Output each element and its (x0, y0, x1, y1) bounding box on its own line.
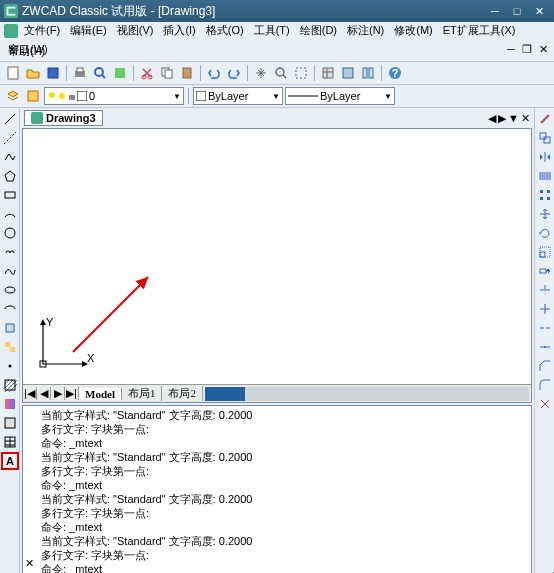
copy-button[interactable] (158, 64, 176, 82)
tab-first-button[interactable]: |◀ (23, 387, 37, 400)
toolpalette-button[interactable] (359, 64, 377, 82)
color-combo[interactable]: ByLayer ▼ (193, 87, 283, 105)
mdi-close-button[interactable]: ✕ (536, 43, 550, 56)
linetype-combo[interactable]: ByLayer ▼ (285, 87, 395, 105)
redo-button[interactable] (225, 64, 243, 82)
layer-combo[interactable]: 0 ▼ (44, 87, 184, 105)
tab-last-button[interactable]: ▶| (65, 387, 79, 400)
rotate-button[interactable] (536, 224, 554, 242)
tab-prev-button[interactable]: ◀ (37, 387, 51, 400)
tab-prev-button[interactable]: ◀ (488, 112, 496, 125)
layout2-tab[interactable]: 布局2 (162, 386, 203, 401)
circle-button[interactable] (1, 224, 19, 242)
layer-manager-button[interactable] (4, 87, 22, 105)
join-button[interactable] (536, 338, 554, 356)
stretch-button[interactable] (536, 262, 554, 280)
ellipsearc-button[interactable] (1, 300, 19, 318)
layer-states-button[interactable] (24, 87, 42, 105)
tab-next-button[interactable]: ▶ (51, 387, 65, 400)
open-button[interactable] (24, 64, 42, 82)
layout1-tab[interactable]: 布局1 (122, 386, 163, 401)
fillet-button[interactable] (536, 376, 554, 394)
svg-rect-0 (4, 4, 18, 18)
publish-button[interactable] (111, 64, 129, 82)
layout-tabs: |◀ ◀ ▶ ▶| Model 布局1 布局2 (23, 384, 531, 402)
mdi-restore-button[interactable]: ❐ (520, 43, 534, 56)
revcloud-button[interactable] (1, 243, 19, 261)
cut-button[interactable] (138, 64, 156, 82)
tab-list-button[interactable]: ▼ (508, 112, 519, 125)
svg-rect-15 (323, 68, 333, 78)
mirror-button[interactable] (536, 148, 554, 166)
command-window[interactable]: 当前文字样式: "Standard" 文字高度: 0.2000多行文字: 字块第… (22, 405, 532, 573)
insert-button[interactable] (1, 319, 19, 337)
copy2-button[interactable] (536, 129, 554, 147)
erase-button[interactable] (536, 110, 554, 128)
menu-dim[interactable]: 标注(N) (343, 22, 388, 39)
hatch-button[interactable] (1, 376, 19, 394)
menu-format[interactable]: 格式(O) (202, 22, 248, 39)
rectangle-button[interactable] (1, 186, 19, 204)
break-button[interactable] (536, 319, 554, 337)
main-area: A Drawing3 ◀ ▶ ▼ ✕ (0, 108, 554, 573)
trim-button[interactable] (536, 281, 554, 299)
menu-tools[interactable]: 工具(T) (250, 22, 294, 39)
array-button[interactable] (536, 186, 554, 204)
tab-close-button[interactable]: ✕ (521, 112, 530, 125)
maximize-button[interactable]: □ (506, 3, 528, 19)
line-button[interactable] (1, 110, 19, 128)
region-button[interactable] (1, 414, 19, 432)
menu-edit[interactable]: 编辑(E) (66, 22, 111, 39)
menu-et[interactable]: ET扩展工具(X) (439, 22, 520, 39)
menu-modify[interactable]: 修改(M) (390, 22, 437, 39)
print-button[interactable] (71, 64, 89, 82)
polyline-button[interactable] (1, 148, 19, 166)
hscrollbar[interactable] (205, 387, 529, 401)
cmd-close-button[interactable]: ✕ (25, 557, 34, 570)
arc-button[interactable] (1, 205, 19, 223)
block-button[interactable] (1, 338, 19, 356)
undo-button[interactable] (205, 64, 223, 82)
menu-view[interactable]: 视图(V) (113, 22, 158, 39)
paste-button[interactable] (178, 64, 196, 82)
xline-button[interactable] (1, 129, 19, 147)
save-button[interactable] (44, 64, 62, 82)
zoom-window-button[interactable] (292, 64, 310, 82)
polygon-button[interactable] (1, 167, 19, 185)
mtext-button[interactable]: A (1, 452, 19, 470)
document-area: Drawing3 ◀ ▶ ▼ ✕ Y X (20, 108, 534, 573)
ellipse-button[interactable] (1, 281, 19, 299)
gradient-button[interactable] (1, 395, 19, 413)
color-box-icon (196, 91, 206, 101)
pan-button[interactable] (252, 64, 270, 82)
help-button[interactable]: ? (386, 64, 404, 82)
doc-tab-active[interactable]: Drawing3 (24, 110, 103, 126)
spline-button[interactable] (1, 262, 19, 280)
menu-help[interactable]: 帮助(H) (4, 43, 49, 60)
menu-insert[interactable]: 插入(I) (159, 22, 199, 39)
chevron-down-icon: ▼ (384, 92, 392, 101)
chamfer-button[interactable] (536, 357, 554, 375)
point-button[interactable] (1, 357, 19, 375)
svg-rect-25 (77, 91, 87, 101)
designcenter-button[interactable] (339, 64, 357, 82)
scale-button[interactable] (536, 243, 554, 261)
move-button[interactable] (536, 205, 554, 223)
explode-button[interactable] (536, 395, 554, 413)
preview-button[interactable] (91, 64, 109, 82)
table-button[interactable] (1, 433, 19, 451)
properties-button[interactable] (319, 64, 337, 82)
extend-button[interactable] (536, 300, 554, 318)
mdi-min-button[interactable]: ─ (504, 43, 518, 56)
close-button[interactable]: ✕ (528, 3, 550, 19)
zoom-button[interactable] (272, 64, 290, 82)
new-button[interactable] (4, 64, 22, 82)
menu-file[interactable]: 文件(F) (20, 22, 64, 39)
model-tab[interactable]: Model (79, 388, 122, 400)
tab-next-button[interactable]: ▶ (498, 112, 506, 125)
offset-button[interactable] (536, 167, 554, 185)
minimize-button[interactable]: ─ (484, 3, 506, 19)
menu-draw[interactable]: 绘图(D) (296, 22, 341, 39)
line-sample-icon (288, 91, 318, 101)
drawing-canvas[interactable]: Y X |◀ ◀ ▶ ▶| Model 布局1 布局2 (22, 128, 532, 403)
